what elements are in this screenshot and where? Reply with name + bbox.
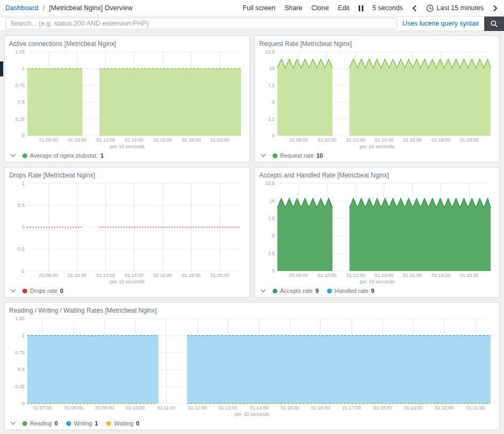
svg-text:7.5: 7.5 xyxy=(268,216,275,221)
chevron-right-icon xyxy=(493,5,498,12)
legend-item[interactable]: Waiting0 xyxy=(106,420,139,427)
svg-text:0.25: 0.25 xyxy=(15,384,25,389)
svg-text:0: 0 xyxy=(272,268,275,274)
legend: Reading0Writing1Waiting0 xyxy=(9,417,495,428)
chart-accepts-handled-rate: 02.557.51012.501:08:0001:10:0001:12:0001… xyxy=(259,180,495,278)
legend: Request rate10 xyxy=(259,149,495,160)
svg-text:01:18:00: 01:18:00 xyxy=(431,137,450,143)
svg-text:2.5: 2.5 xyxy=(268,117,275,122)
panel-title: Active connections [Metricbeat Nginx] xyxy=(9,40,245,48)
x-axis-unit: per 10 seconds xyxy=(259,143,495,149)
legend-value: 1 xyxy=(100,152,104,159)
svg-text:01:14:00: 01:14:00 xyxy=(375,137,393,143)
legend-item[interactable]: Writing1 xyxy=(66,420,98,427)
legend-value: 0 xyxy=(55,420,58,427)
legend: Accepts rate9Handled rate9 xyxy=(259,284,495,296)
svg-text:01:14:00: 01:14:00 xyxy=(125,273,143,278)
legend-dot xyxy=(22,153,27,158)
panel-title: Accepts and Handled Rate [Metricbeat Ngi… xyxy=(259,172,495,179)
svg-text:01:16:00: 01:16:00 xyxy=(403,273,422,278)
svg-text:01:10:00: 01:10:00 xyxy=(126,405,144,410)
legend-dot xyxy=(22,289,27,293)
legend-dot xyxy=(106,421,111,426)
svg-text:01:17:00: 01:17:00 xyxy=(342,405,361,410)
query-bar: Uses lucene query syntax xyxy=(0,17,504,31)
pause-icon[interactable] xyxy=(359,5,363,11)
svg-text:01:16:00: 01:16:00 xyxy=(153,137,172,143)
search-icon xyxy=(490,20,498,28)
chevron-down-icon[interactable] xyxy=(10,153,16,158)
svg-text:01:10:00: 01:10:00 xyxy=(317,137,336,143)
svg-text:0.25: 0.25 xyxy=(15,117,25,122)
svg-text:01:21:00: 01:21:00 xyxy=(466,405,485,410)
svg-text:01:12:00: 01:12:00 xyxy=(188,405,207,410)
svg-text:01:20:00: 01:20:00 xyxy=(210,273,229,278)
legend-label: Writing xyxy=(74,420,92,427)
chart-svg: 00.250.50.7511.2501:08:0001:10:0001:12:0… xyxy=(9,49,245,143)
svg-text:0: 0 xyxy=(272,133,275,138)
clock-icon xyxy=(426,4,434,12)
chart-reading-writing-waiting: 00.250.50.7511.2501:07:0001:08:0001:09:0… xyxy=(9,315,495,411)
legend-item[interactable]: Request rate10 xyxy=(273,152,323,159)
chevron-down-icon[interactable] xyxy=(10,289,16,293)
time-range-label: Last 15 minutes xyxy=(437,4,484,12)
chevron-down-icon[interactable] xyxy=(260,153,266,158)
chart-svg: 02.557.51012.501:08:0001:10:0001:12:0001… xyxy=(259,180,495,278)
chevron-down-icon[interactable] xyxy=(260,289,266,293)
svg-text:01:08:00: 01:08:00 xyxy=(289,137,308,143)
svg-text:01:11:00: 01:11:00 xyxy=(157,405,175,410)
x-axis-unit: per 10 seconds xyxy=(9,143,245,149)
svg-text:01:14:00: 01:14:00 xyxy=(250,405,268,410)
svg-text:-0.5: -0.5 xyxy=(16,246,25,252)
svg-text:2.5: 2.5 xyxy=(268,251,275,256)
legend: Average of nginx.stubstat:1 xyxy=(9,149,245,160)
search-input[interactable] xyxy=(5,18,397,29)
top-navbar: Dashboard / [Metricbeat Nginx] Overview … xyxy=(0,0,504,17)
legend-value: 9 xyxy=(371,288,374,294)
svg-text:0.5: 0.5 xyxy=(18,367,25,372)
search-button[interactable] xyxy=(484,17,504,31)
legend: Drops rate0 xyxy=(9,284,245,296)
legend-dot xyxy=(327,289,332,293)
refresh-interval-button[interactable]: 5 seconds xyxy=(373,4,403,12)
full-screen-button[interactable]: Full screen xyxy=(243,4,275,12)
svg-text:01:18:00: 01:18:00 xyxy=(182,137,200,143)
share-button[interactable]: Share xyxy=(284,4,302,12)
chart-svg: -1-0.500.5101:08:0001:10:0001:12:0001:14… xyxy=(9,180,245,278)
svg-text:01:12:00: 01:12:00 xyxy=(346,273,365,278)
svg-text:01:20:00: 01:20:00 xyxy=(460,273,479,278)
breadcrumb-dashboard-link[interactable]: Dashboard xyxy=(5,4,38,12)
time-back-button[interactable] xyxy=(412,5,417,12)
toolbar-actions: Full screen Share Clone Edit 5 seconds L… xyxy=(243,4,499,12)
legend-label: Average of nginx.stubstat: xyxy=(30,152,98,159)
chart-svg: 00.250.50.7511.2501:07:0001:08:0001:09:0… xyxy=(9,315,495,411)
svg-text:01:18:00: 01:18:00 xyxy=(373,405,392,410)
time-range-button[interactable]: Last 15 minutes xyxy=(426,4,484,12)
svg-text:0.75: 0.75 xyxy=(15,350,25,355)
chart-drops-rate: -1-0.500.5101:08:0001:10:0001:12:0001:14… xyxy=(9,180,245,278)
legend-item[interactable]: Accepts rate9 xyxy=(273,288,319,294)
svg-text:01:10:00: 01:10:00 xyxy=(68,137,87,143)
sidebar-collapsed-strip[interactable] xyxy=(0,61,3,76)
svg-text:01:10:00: 01:10:00 xyxy=(317,273,336,278)
legend-item[interactable]: Reading0 xyxy=(22,420,58,427)
clone-button[interactable]: Clone xyxy=(312,4,329,12)
panel-active-connections: Active connections [Metricbeat Nginx] 00… xyxy=(4,35,250,162)
svg-text:01:20:00: 01:20:00 xyxy=(460,137,479,143)
panel-title: Request Rate [Metricbeat Nginx] xyxy=(259,40,495,48)
svg-text:0: 0 xyxy=(22,401,25,406)
chevron-down-icon[interactable] xyxy=(10,421,16,425)
x-axis-unit: per 10 seconds xyxy=(9,278,245,284)
legend-item[interactable]: Drops rate0 xyxy=(22,288,63,294)
legend-dot xyxy=(273,153,277,158)
legend-item[interactable]: Average of nginx.stubstat:1 xyxy=(22,152,104,159)
lucene-syntax-link[interactable]: Uses lucene query syntax xyxy=(402,20,479,27)
legend-dot xyxy=(66,421,71,426)
panel-accepts-handled-rate: Accepts and Handled Rate [Metricbeat Ngi… xyxy=(254,167,500,298)
svg-text:01:18:00: 01:18:00 xyxy=(431,273,450,278)
legend-item[interactable]: Handled rate9 xyxy=(327,288,374,294)
chevron-left-icon xyxy=(412,5,417,12)
time-forward-button[interactable] xyxy=(493,5,498,12)
edit-button[interactable]: Edit xyxy=(338,4,350,12)
x-axis-unit: per 10 seconds xyxy=(259,278,495,284)
